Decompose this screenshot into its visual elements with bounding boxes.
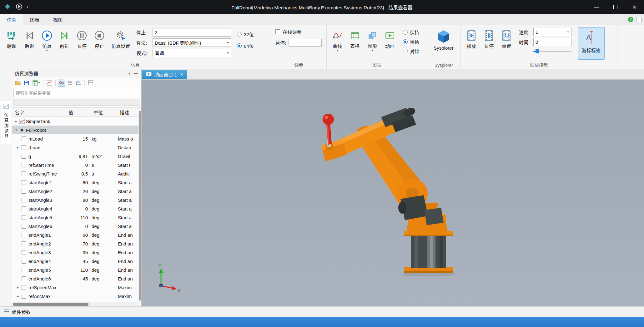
- variable-checkbox[interactable]: [22, 145, 26, 150]
- column-desc[interactable]: 描述: [117, 108, 141, 116]
- tree-row-SimpleTank[interactable]: ▸SimpleTank: [12, 117, 141, 126]
- column-name[interactable]: 名字: [12, 108, 66, 116]
- variable-checkbox[interactable]: [22, 250, 26, 255]
- tree-row-FullRobot[interactable]: ▾FullRobot: [12, 126, 141, 134]
- graph-button[interactable]: 图形 ▾: [364, 27, 381, 52]
- simulate-dropdown-icon[interactable]: ▾: [46, 49, 48, 52]
- tree-row-startAngle3[interactable]: startAngle390degStart a: [12, 196, 141, 204]
- slider-track[interactable]: [533, 51, 571, 52]
- variable-checkbox[interactable]: [22, 163, 26, 167]
- tree-expander-icon[interactable]: ▸: [16, 146, 20, 150]
- column-value[interactable]: 值: [66, 108, 91, 116]
- stop-time-input[interactable]: [153, 28, 231, 37]
- variable-checkbox[interactable]: [22, 233, 26, 237]
- variable-checkbox[interactable]: [22, 215, 26, 220]
- tree-row-refSpeedMax[interactable]: ▸refSpeedMaxMaxim: [12, 283, 141, 292]
- graph-dropdown-icon[interactable]: ▾: [371, 49, 373, 52]
- curve-dropdown-icon[interactable]: ▾: [336, 49, 338, 52]
- variable-checkbox[interactable]: [22, 180, 26, 185]
- tree-row-endAngle6[interactable]: endAngle645degEnd an: [12, 274, 141, 283]
- vertical-scrollbar-thumb[interactable]: [139, 111, 141, 300]
- tab-chart[interactable]: 图表: [23, 14, 46, 25]
- step-back-button[interactable]: 后退: [21, 27, 38, 49]
- save-icon[interactable]: [23, 79, 30, 87]
- sysplorer-button[interactable]: Sysplorer: [429, 27, 458, 51]
- radio-redraw[interactable]: 重绘: [403, 38, 419, 45]
- variable-checkbox[interactable]: [22, 198, 26, 202]
- maximize-button[interactable]: [606, 0, 625, 14]
- variable-checkbox[interactable]: [22, 268, 26, 272]
- tuning-pause-input[interactable]: [289, 39, 322, 47]
- minimize-button[interactable]: [587, 0, 606, 14]
- variable-checkbox[interactable]: [22, 259, 26, 264]
- filter-bar[interactable]: [13, 99, 140, 106]
- variable-checkbox[interactable]: [22, 154, 26, 159]
- variable-checkbox[interactable]: [22, 294, 26, 299]
- component-parameters-bar[interactable]: 组件参数: [0, 306, 644, 317]
- animation-viewport[interactable]: Y X: [142, 80, 644, 306]
- tree-expander-icon[interactable]: ▸: [16, 294, 20, 298]
- tree-row-g[interactable]: g9.81m/s2Gravit: [12, 152, 141, 161]
- tree-row-refStartTime[interactable]: refStartTime0sStart t: [12, 161, 141, 169]
- variable-checkbox[interactable]: [22, 189, 26, 194]
- column-unit[interactable]: 单位: [91, 108, 117, 116]
- horizontal-scrollbar[interactable]: [12, 302, 138, 306]
- slider-thumb[interactable]: [536, 49, 539, 53]
- simulation-settings-button[interactable]: 仿真设置: [108, 27, 133, 49]
- stop-sim-button[interactable]: 停止: [91, 27, 108, 49]
- tree-expander-icon[interactable]: ▸: [14, 119, 18, 123]
- quick-run-icon[interactable]: [16, 3, 23, 11]
- tree-row-endAngle3[interactable]: endAngle3-35degEnd an: [12, 248, 141, 257]
- help-icon[interactable]: ?: [628, 17, 633, 22]
- playback-reset-button[interactable]: 重置: [498, 27, 515, 49]
- algorithm-select[interactable]: Dassl (BDF,变阶,刚性) ▾: [153, 38, 231, 47]
- time-slider[interactable]: [533, 49, 571, 54]
- tree-row-startAngle5[interactable]: startAngle5-110degStart a: [12, 213, 141, 222]
- table-button[interactable]: 表格: [346, 27, 364, 49]
- curve-mode-a-icon[interactable]: [58, 79, 65, 87]
- tree-row-endAngle5[interactable]: endAngle5110degEnd an: [12, 265, 141, 274]
- tree-row-refSwingTime[interactable]: refSwingTime0.5sAdditi: [12, 169, 141, 178]
- panel-menu-icon[interactable]: ▾: [126, 71, 133, 76]
- tree-row-refAccMax[interactable]: ▸refAccMaxMaxim: [12, 292, 141, 300]
- radio-hold[interactable]: 保持: [403, 29, 419, 36]
- tree-row-startAngle4[interactable]: startAngle40degStart a: [12, 204, 141, 213]
- tree-row-startAngle2[interactable]: startAngle220degStart a: [12, 187, 141, 196]
- online-tuning-checkbox[interactable]: 在线调参: [275, 28, 322, 35]
- tree-row-mLoad[interactable]: mLoad15kgMass o: [12, 134, 141, 143]
- layout-icon[interactable]: [87, 79, 94, 87]
- translate-button[interactable]: 翻译: [2, 27, 21, 49]
- radio-32bit[interactable]: 32位: [237, 31, 254, 37]
- animation-button[interactable]: 动画: [381, 27, 399, 49]
- curve-mode-b-icon[interactable]: [66, 79, 74, 87]
- ribbon-collapse-icon[interactable]: ⌃: [636, 17, 641, 22]
- time-input[interactable]: [533, 38, 571, 46]
- tab-animation-window[interactable]: 动画窗口-1 ×: [142, 70, 187, 79]
- panel-minimize-icon[interactable]: —: [133, 71, 139, 76]
- variable-checkbox[interactable]: [22, 276, 26, 281]
- radio-compare[interactable]: 对比: [403, 48, 419, 54]
- tree-expander-icon[interactable]: ▾: [14, 128, 18, 132]
- export-curve-icon[interactable]: [46, 79, 53, 87]
- mode-select[interactable]: 普通 ▾: [153, 49, 231, 57]
- curve-button[interactable]: 曲线 ▾: [329, 27, 346, 52]
- playback-play-button[interactable]: 播放: [463, 27, 480, 49]
- tree-expander-icon[interactable]: ▸: [16, 285, 20, 290]
- variable-checkbox[interactable]: [22, 171, 26, 176]
- variable-checkbox[interactable]: [22, 224, 26, 229]
- simulate-button[interactable]: 仿真 ▾: [38, 27, 56, 52]
- tree-row-endAngle2[interactable]: endAngle2-70degEnd an: [12, 239, 141, 248]
- variable-checkbox[interactable]: [22, 136, 26, 141]
- step-forward-button[interactable]: 前进: [56, 27, 73, 49]
- table-view-icon[interactable]: ▾: [31, 79, 41, 87]
- cursor-tag-button[interactable]: A 游标标签: [578, 27, 605, 60]
- playback-pause-button[interactable]: 暂停: [480, 27, 498, 49]
- radio-64bit[interactable]: 64位: [237, 42, 254, 49]
- variable-checkbox[interactable]: [22, 241, 26, 246]
- variable-checkbox[interactable]: [22, 206, 26, 211]
- quick-access-caret-icon[interactable]: ▾: [27, 5, 28, 9]
- horizontal-scrollbar-thumb[interactable]: [13, 303, 88, 306]
- pause-sim-button[interactable]: 暂停: [73, 27, 91, 49]
- tree-row-endAngle1[interactable]: endAngle160degEnd an: [12, 230, 141, 239]
- vertical-scrollbar[interactable]: [138, 110, 141, 302]
